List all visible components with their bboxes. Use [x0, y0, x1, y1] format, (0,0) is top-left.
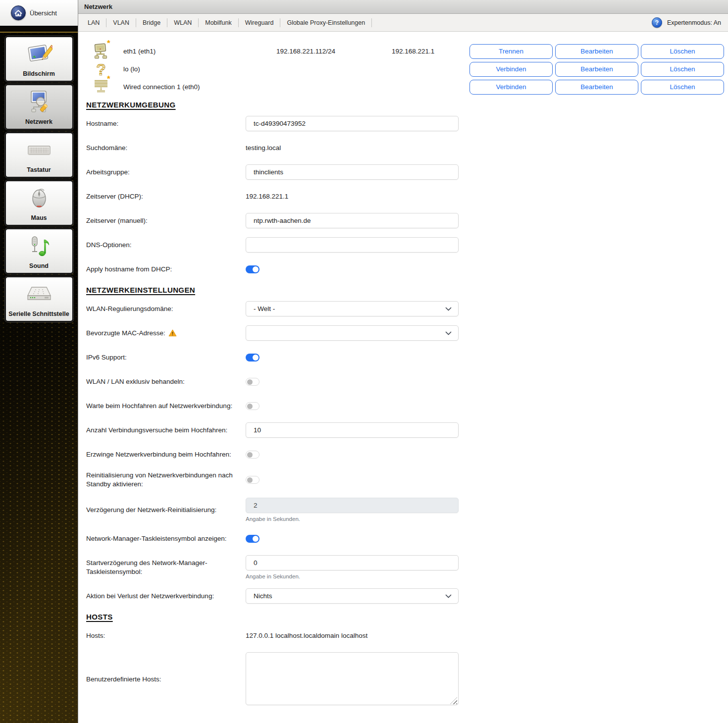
interface-list: * eth1 (eth1) 192.168.221.112/24 192.168…	[86, 44, 724, 95]
connect-button[interactable]: Verbinden	[469, 62, 553, 77]
wlan-regulatory-domain-select[interactable]: - Welt -	[246, 301, 459, 316]
tab-globale-proxy-einstellungen[interactable]: Globale Proxy-Einstellungen	[280, 19, 371, 27]
hostname-input[interactable]	[246, 116, 459, 131]
field-wlan-regulierungsdomaene: WLAN-Regulierungsdomäne: - Welt -	[86, 301, 724, 316]
field-verzoegerung-reinitialisierung: Verzögerung der Netzwerk-Reinitialisieru…	[86, 498, 724, 522]
tab-mobilfunk[interactable]: Mobilfunk	[199, 19, 238, 27]
field-label: Network-Manager-Taskleistensymbol anzeig…	[86, 534, 227, 543]
delete-button[interactable]: Löschen	[641, 80, 724, 95]
connect-button[interactable]: Verbinden	[469, 80, 553, 95]
field-label: Bevorzugte MAC-Adresse:	[86, 329, 165, 338]
edit-button[interactable]: Bearbeiten	[555, 80, 638, 95]
network-icon	[26, 85, 52, 119]
sidebar-overview-label: Übersicht	[30, 9, 57, 17]
keyboard-icon	[26, 133, 52, 167]
wlan-lan-exclusive-toggle[interactable]	[246, 378, 260, 386]
expert-mode-label: Expertenmodus: An	[667, 19, 721, 26]
field-label: Erzwinge Netzwerkverbindung beim Hochfah…	[86, 450, 231, 459]
sidebar: Übersicht Bil	[0, 0, 78, 723]
timeserver-dhcp-value: 192.168.221.1	[246, 193, 288, 200]
sidebar-item-netzwerk[interactable]: Netzwerk	[5, 84, 73, 130]
workgroup-input[interactable]	[246, 164, 459, 180]
field-label: Zeitserver (DHCP):	[86, 192, 143, 201]
nm-tray-icon-toggle[interactable]	[246, 535, 260, 543]
select-value: Nichts	[254, 592, 272, 600]
reinit-after-standby-toggle[interactable]	[246, 476, 260, 484]
field-zeitserver-dhcp: Zeitserver (DHCP): 192.168.221.1	[86, 189, 724, 204]
field-verbindungsversuche: Anzahl Verbindungsversuche beim Hochfahr…	[86, 422, 724, 438]
help-icon[interactable]: ?	[652, 17, 662, 28]
sidebar-item-maus[interactable]: Maus	[5, 180, 73, 226]
delete-button[interactable]: Löschen	[641, 44, 724, 59]
field-helper-text: Angabe in Sekunden.	[246, 516, 459, 522]
section-title-netzwerkeinstellungen: NETZWERKEINSTELLUNGEN	[86, 286, 195, 294]
nm-tray-delay-input[interactable]	[246, 555, 459, 570]
tab-wireguard[interactable]: Wireguard	[239, 19, 280, 27]
page-title: Netzwerk	[78, 0, 728, 14]
chevron-down-icon	[445, 307, 452, 311]
disconnect-button[interactable]: Trennen	[469, 44, 553, 59]
field-wlan-lan-exklusiv: WLAN / LAN exklusiv behandeln:	[86, 374, 724, 389]
field-label: Reinitialisierung von Netzwerkverbindung…	[86, 471, 235, 489]
edit-button[interactable]: Bearbeiten	[555, 44, 638, 59]
field-bevorzugte-mac-adresse: Bevorzugte MAC-Adresse:	[86, 325, 724, 341]
edit-button[interactable]: Bearbeiten	[555, 62, 638, 77]
dns-options-input[interactable]	[246, 237, 459, 253]
field-benutzerdefinierte-hosts: Benutzerdefinierte Hosts:	[86, 652, 724, 707]
svg-text:?: ?	[96, 60, 106, 78]
field-label: WLAN / LAN exklusiv behandeln:	[86, 377, 185, 386]
search-domain-value: testing.local	[246, 144, 281, 152]
field-warte-beim-hochfahren: Warte beim Hochfahren auf Netzwerkverbin…	[86, 398, 724, 413]
sidebar-texture	[0, 324, 78, 723]
sidebar-item-label: Netzwerk	[25, 119, 52, 125]
display-icon	[26, 37, 52, 71]
timeserver-manual-input[interactable]	[246, 213, 459, 228]
field-label: DNS-Optionen:	[86, 241, 132, 250]
sidebar-item-serielle-schnittstelle[interactable]: Serielle Schnittstelle	[5, 276, 73, 322]
unknown-interface-icon: ?	[86, 60, 123, 78]
sidebar-item-overview[interactable]: Übersicht	[0, 0, 78, 26]
field-label: Hosts:	[86, 631, 105, 640]
home-icon	[11, 5, 26, 20]
field-label: Suchdomäne:	[86, 144, 127, 153]
field-label: Startverzögerung des Network-Manager-Tas…	[86, 559, 235, 576]
wait-network-boot-toggle[interactable]	[246, 402, 260, 410]
force-network-boot-toggle[interactable]	[246, 451, 260, 459]
sidebar-item-sound[interactable]: Sound	[5, 228, 73, 274]
field-nm-taskleistensymbol: Network-Manager-Taskleistensymbol anzeig…	[86, 531, 724, 546]
interface-name: Wired connection 1 (eth0)	[123, 83, 276, 91]
tab-vlan[interactable]: VLAN	[106, 19, 136, 27]
field-label: IPv6 Support:	[86, 353, 127, 362]
network-adapter-icon: *	[86, 43, 123, 60]
field-label: Verzögerung der Netzwerk-Reinitialisieru…	[86, 506, 216, 515]
delete-button[interactable]: Löschen	[641, 62, 724, 77]
sidebar-item-tastatur[interactable]: Tastatur	[5, 132, 73, 178]
sidebar-item-bildschirm[interactable]: Bildschirm	[5, 36, 73, 82]
field-suchdomaene: Suchdomäne: testing.local	[86, 140, 724, 155]
tab-lan[interactable]: LAN	[81, 19, 106, 27]
interface-name: lo (lo)	[123, 65, 276, 73]
interface-row-eth1: * eth1 (eth1) 192.168.221.112/24 192.168…	[86, 44, 724, 59]
tab-divider	[371, 18, 372, 27]
connection-loss-action-select[interactable]: Nichts	[246, 588, 459, 604]
connection-attempts-input[interactable]	[246, 422, 459, 438]
sidebar-divider	[0, 26, 78, 33]
custom-hosts-textarea[interactable]	[246, 652, 459, 705]
apply-hostname-dhcp-toggle[interactable]	[246, 265, 260, 273]
select-value: - Welt -	[254, 305, 275, 312]
sidebar-item-label: Maus	[31, 215, 47, 221]
field-hostname: Hostname:	[86, 116, 724, 131]
tab-bridge[interactable]: Bridge	[136, 19, 167, 27]
field-zeitserver-manuell: Zeitserver (manuell):	[86, 213, 724, 228]
serial-port-icon	[26, 277, 52, 311]
field-label: Anzahl Verbindungsversuche beim Hochfahr…	[86, 426, 227, 435]
chevron-down-icon	[445, 331, 452, 335]
field-reinit-nach-standby: Reinitialisierung von Netzwerkverbindung…	[86, 471, 724, 489]
preferred-mac-select[interactable]	[246, 325, 459, 341]
field-arbeitsgruppe: Arbeitsgruppe:	[86, 164, 724, 180]
ipv6-support-toggle[interactable]	[246, 354, 260, 362]
wired-connection-icon: *	[86, 79, 123, 96]
tab-wlan[interactable]: WLAN	[167, 19, 198, 27]
field-label: Aktion bei Verlust der Netzwerkverbindun…	[86, 592, 214, 601]
sidebar-item-label: Bildschirm	[23, 71, 55, 77]
